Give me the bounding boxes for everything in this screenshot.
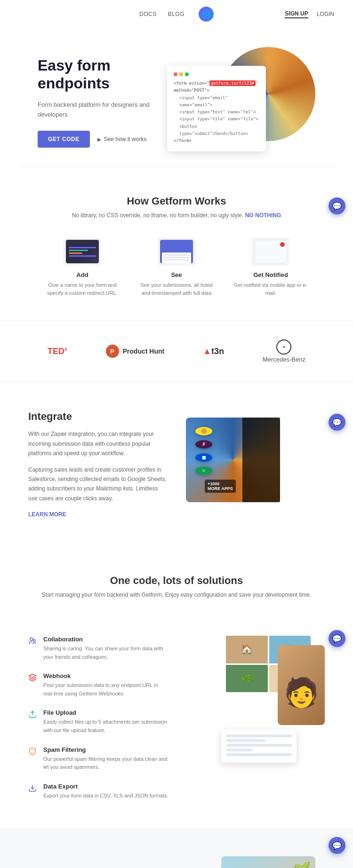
hero-image: <form action="getform.io/f/123#" method=… <box>181 47 315 141</box>
how-title: How Getform Works <box>19 195 334 207</box>
code-line-3: <input type="text" name="tel"> <box>174 109 259 116</box>
ui-card-preview <box>221 730 297 763</box>
see-icon <box>158 237 195 266</box>
one-code-subtitle: Start managing your form backend with Ge… <box>19 592 334 598</box>
code-line-1: <form action="getform.io/f/123#" method=… <box>174 80 259 95</box>
file-upload-desc: Easily collect files up to 5 attachments… <box>43 718 169 734</box>
notification-dot <box>280 242 285 247</box>
feature-export: Data Export Export your form data in CSV… <box>28 783 169 800</box>
feature-spam: Spam Filtering Our powerful spam filteri… <box>28 746 169 772</box>
chat-button-4[interactable]: 💬 <box>329 837 345 854</box>
mailchimp-icon: 🐵 <box>195 427 212 435</box>
dot-yellow <box>179 72 183 76</box>
features-list: Collaboration Sharing is caring. You can… <box>28 636 169 800</box>
chat-button-1[interactable]: 💬 <box>329 197 345 214</box>
ph-circle: P <box>106 345 119 358</box>
how-card-add-desc: Give a name to your form and specify a c… <box>45 281 120 297</box>
webhook-title: Webhook <box>43 672 169 679</box>
tedx-text: TEDx <box>48 347 67 356</box>
export-title: Data Export <box>43 783 168 790</box>
mb-circle: ✦ <box>276 339 291 355</box>
hero-title: Easy form endpoints <box>38 56 172 93</box>
add-icon <box>64 237 101 266</box>
nav-right: SIGN UP LOGIN <box>285 10 334 18</box>
how-card-add-title: Add <box>45 271 120 278</box>
chat-button-2[interactable]: 💬 <box>329 414 345 431</box>
collaboration-title: Collaboration <box>43 636 169 643</box>
export-desc: Export your form data in CSV, XLS and JS… <box>43 792 168 800</box>
one-code-title: One code, lots of solutions <box>19 575 334 587</box>
nav-docs[interactable]: DOCS <box>139 11 157 17</box>
no-nothing: NO NOTHING <box>245 212 281 219</box>
stats-illustration: 🌱 <box>221 856 315 868</box>
navbar: DOCS BLOG 🌐 SIGN UP LOGIN <box>0 0 353 28</box>
code-line-5: <button type="submit">Send</button> <box>174 123 259 138</box>
how-card-add: Add Give a name to your form and specify… <box>45 237 120 297</box>
code-card: <form action="getform.io/f/123#" method=… <box>167 66 266 151</box>
hero-section: Easy form endpoints Form backend platfor… <box>0 28 353 166</box>
file-upload-title: File Upload <box>43 709 169 716</box>
feature-webhook: Webhook Post your submission data to any… <box>28 672 169 698</box>
how-card-see-title: See <box>139 271 214 278</box>
nav-login[interactable]: LOGIN <box>317 11 334 17</box>
collage-cell-1: 🏠 <box>226 636 268 663</box>
slack-icon: # <box>195 440 212 449</box>
get-code-button[interactable]: GET CODE <box>38 131 90 148</box>
app-icons: 🐵 # ▦ ≡ +1000MORE APPS <box>186 418 280 502</box>
product-hunt-logo: P Product Hunt <box>106 345 165 358</box>
learn-more-link[interactable]: LEARN MORE <box>28 511 66 518</box>
svg-point-0 <box>30 638 33 640</box>
how-card-notify-desc: Get notified via mobile app or e-mail. <box>233 281 308 297</box>
integrate-text: Integrate With our Zapier integration, y… <box>28 410 167 518</box>
one-code-section: One code, lots of solutions Start managi… <box>0 546 353 636</box>
ph-text: Product Hunt <box>123 347 165 355</box>
code-line-4: <input type="file" name="file"> <box>174 116 259 123</box>
integrate-title: Integrate <box>28 410 167 423</box>
hero-buttons: GET CODE See how it works <box>38 131 172 148</box>
features-section: Collaboration Sharing is caring. You can… <box>0 636 353 828</box>
file-upload-text: File Upload Easily collect files up to 5… <box>43 709 169 734</box>
webhook-text: Webhook Post your submission data to any… <box>43 672 169 698</box>
integrate-image: 🐵 # ▦ ≡ +1000MORE APPS <box>186 418 325 512</box>
see-how-button[interactable]: See how it works <box>97 136 147 142</box>
how-cards: Add Give a name to your form and specify… <box>19 237 334 297</box>
mb-text: Mercedes-Benz <box>263 356 305 363</box>
export-text: Data Export Export your form data in CSV… <box>43 783 168 800</box>
integrate-section: Integrate With our Zapier integration, y… <box>0 382 353 546</box>
spam-icon <box>28 747 38 757</box>
integrate-para2: Capturing sales leads and create custome… <box>28 465 167 504</box>
trello-icon: ▦ <box>195 453 212 462</box>
t3n-text: ▲t3n <box>203 347 224 356</box>
feature-file-upload: File Upload Easily collect files up to 5… <box>28 709 169 734</box>
stats-image: 🌱 <box>186 856 315 868</box>
integrate-para1: With our Zapier integration, you can int… <box>28 429 167 458</box>
feature-collaboration: Collaboration Sharing is caring. You can… <box>28 636 169 661</box>
nav-blog[interactable]: BLOG <box>168 11 185 17</box>
code-line-2: <input type="email" name="email"> <box>174 95 259 109</box>
spam-title: Spam Filtering <box>43 746 169 753</box>
more-apps-badge: +1000MORE APPS <box>205 480 236 493</box>
hero-text: Easy form endpoints Form backend platfor… <box>38 47 172 148</box>
stats-section: 5,000,000 submissions. Happy customers. … <box>0 828 353 868</box>
mercedes-benz-logo: ✦ Mercedes-Benz <box>263 339 305 363</box>
features-image: 🏠 🌊 🌿 🏙️ 🧑 <box>184 636 325 800</box>
logo[interactable]: 🌐 <box>199 7 214 22</box>
collaboration-text: Collaboration Sharing is caring. You can… <box>43 636 169 661</box>
svg-point-1 <box>33 639 36 642</box>
dot-red <box>174 72 177 76</box>
webhook-desc: Post your submission data to any endpoin… <box>43 681 169 698</box>
illus-plant: 🌱 <box>293 861 311 868</box>
spam-text: Spam Filtering Our powerful spam filteri… <box>43 746 169 772</box>
how-card-see-desc: See your submissions, all listed and tim… <box>139 281 214 297</box>
how-card-see: See See your submissions, all listed and… <box>139 237 214 297</box>
nav-links: DOCS BLOG <box>139 11 185 17</box>
collaboration-icon <box>28 637 38 646</box>
how-section: How Getform Works No library, no CSS ove… <box>0 167 353 320</box>
tedx-logo: TEDx <box>48 347 67 356</box>
hero-subtitle: Form backend platform for designers and … <box>38 100 172 120</box>
export-icon <box>28 784 38 793</box>
chat-button-3[interactable]: 💬 <box>329 630 345 647</box>
nav-signup[interactable]: SIGN UP <box>285 10 308 18</box>
code-line-6: </form> <box>174 137 259 144</box>
t3n-logo: ▲t3n <box>203 347 224 356</box>
